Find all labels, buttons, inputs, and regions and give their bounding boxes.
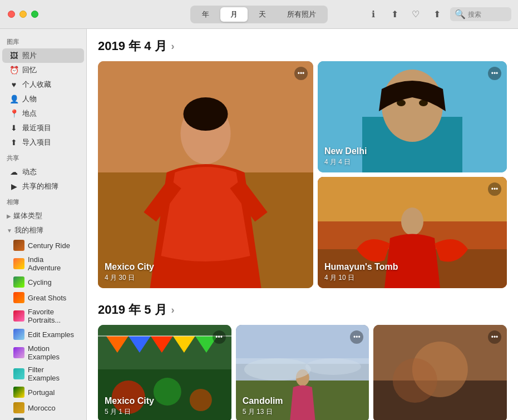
april-section: 2019 年 4 月 ›: [98, 38, 507, 288]
april-chevron-icon: ›: [171, 41, 175, 52]
title-bar: 年 月 天 所有照片 ℹ ⬆ ♡ ⬆ 🔍: [0, 0, 518, 29]
new-delhi-date: 4 月 4 日: [324, 157, 367, 167]
view-tabs: 年 月 天 所有照片: [190, 6, 328, 23]
sidebar-item-morocco[interactable]: Morocco: [2, 400, 84, 416]
raven-hoa-thumbnail: [13, 418, 24, 420]
sidebar-item-import[interactable]: ⬆ 导入项目: [2, 135, 84, 150]
humayuns-tomb-info: Humayun's Tomb 4 月 10 日: [324, 262, 398, 283]
candolim-card[interactable]: Candolim 5 月 13 日 •••: [236, 325, 369, 420]
places-icon: 📍: [9, 109, 19, 118]
search-icon: 🔍: [455, 9, 466, 19]
memories-icon: ⏰: [9, 66, 19, 75]
mexico-city-april-menu[interactable]: •••: [294, 67, 308, 80]
morocco-thumbnail: [13, 402, 24, 413]
library-section-label: 图库: [0, 33, 86, 48]
recent-icon: ⬇: [9, 123, 19, 132]
tab-day[interactable]: 天: [249, 7, 276, 22]
sidebar-item-favorites[interactable]: ♥ 个人收藏: [2, 77, 84, 92]
info-icon[interactable]: ℹ: [366, 7, 381, 22]
sidebar-item-century-ride[interactable]: Century Ride: [2, 238, 84, 253]
new-delhi-menu[interactable]: •••: [488, 67, 501, 80]
svg-point-14: [401, 207, 423, 235]
photos-icon: 🖼: [9, 51, 19, 60]
great-shots-thumbnail: [13, 292, 24, 303]
sidebar-item-raven-hoa[interactable]: Raven HOA: [2, 416, 84, 420]
favorite-portraits-thumbnail: [13, 310, 24, 322]
candolim-date: 5 月 13 日: [243, 407, 283, 417]
tab-year[interactable]: 年: [192, 7, 219, 22]
india-adventure-thumbnail: [13, 258, 24, 269]
sidebar-item-recent[interactable]: ⬇ 最近项目: [2, 121, 84, 135]
sidebar-item-shared-albums[interactable]: ▶ 共享的相簿: [2, 179, 84, 194]
search-box[interactable]: 🔍: [450, 7, 511, 21]
minimize-button[interactable]: [19, 11, 27, 18]
shared-section-label: 共享: [0, 150, 86, 165]
sidebar-item-places[interactable]: 📍 地点: [2, 106, 84, 121]
candolim-info: Candolim 5 月 13 日: [243, 396, 283, 417]
humayuns-tomb-date: 4 月 10 日: [324, 273, 398, 283]
humayuns-tomb-menu[interactable]: •••: [488, 182, 501, 196]
svg-point-5: [184, 97, 228, 131]
cloud-icon: ☁: [9, 167, 19, 176]
svg-point-8: [382, 70, 443, 142]
sidebar: 图库 🖼 照片 ⏰ 回忆 ♥ 个人收藏 👤 人物 📍 地点 ⬇ 最近项目 ⬆ 导…: [0, 29, 87, 420]
export-icon[interactable]: ⬆: [429, 7, 445, 22]
third-may-menu[interactable]: •••: [488, 330, 501, 344]
my-albums-toggle[interactable]: ▼ 我的相簿: [0, 223, 86, 238]
humayuns-tomb-title: Humayun's Tomb: [324, 262, 398, 272]
mexico-city-may-info: Mexico City 5 月 1 日: [105, 396, 154, 417]
may-chevron-icon: ›: [171, 304, 175, 316]
cycling-thumbnail: [13, 276, 24, 288]
maximize-button[interactable]: [31, 11, 38, 18]
sidebar-item-india-adventure[interactable]: India Adventure: [2, 253, 84, 274]
may-section: 2019 年 5 月 ›: [98, 302, 507, 420]
sidebar-item-edit-examples[interactable]: Edit Examples: [2, 327, 84, 342]
mexico-city-april-info: Mexico City 4 月 30 日: [105, 262, 154, 283]
april-header[interactable]: 2019 年 4 月 ›: [98, 38, 507, 55]
mexico-city-may-card[interactable]: Mexico City 5 月 1 日 •••: [98, 325, 231, 420]
mexico-city-may-menu[interactable]: •••: [213, 330, 226, 344]
sidebar-item-portugal[interactable]: Portugal: [2, 384, 84, 400]
sidebar-item-cycling[interactable]: Cycling: [2, 274, 84, 290]
humayuns-tomb-card[interactable]: Humayun's Tomb 4 月 10 日 •••: [318, 177, 507, 288]
may-grid: Mexico City 5 月 1 日 •••: [98, 325, 507, 420]
sidebar-item-photos[interactable]: 🖼 照片: [2, 48, 84, 63]
mexico-city-may-title: Mexico City: [105, 396, 154, 406]
people-icon: 👤: [9, 95, 19, 103]
tab-all-photos[interactable]: 所有照片: [277, 7, 326, 22]
media-type-arrow: ▶: [7, 213, 11, 219]
century-ride-thumbnail: [13, 240, 24, 251]
new-delhi-card[interactable]: New Delhi 4 月 4 日 •••: [318, 61, 507, 172]
svg-point-32: [305, 358, 361, 375]
filter-examples-thumbnail: [13, 368, 24, 379]
heart-icon[interactable]: ♡: [408, 7, 423, 22]
sidebar-item-activity[interactable]: ☁ 动态: [2, 165, 84, 179]
close-button[interactable]: [8, 11, 15, 18]
tab-month[interactable]: 月: [220, 7, 248, 22]
svg-point-36: [393, 358, 437, 403]
svg-point-25: [190, 389, 212, 411]
svg-point-31: [244, 358, 310, 381]
sidebar-item-people[interactable]: 👤 人物: [2, 92, 84, 106]
edit-examples-thumbnail: [13, 329, 24, 340]
portugal-thumbnail: [13, 387, 24, 398]
sidebar-item-favorite-portraits[interactable]: Favorite Portraits...: [2, 305, 84, 327]
new-delhi-title: New Delhi: [324, 146, 367, 156]
favorites-icon: ♥: [9, 80, 19, 89]
sidebar-item-motion-examples[interactable]: Motion Examples: [2, 342, 84, 363]
sidebar-item-memories[interactable]: ⏰ 回忆: [2, 63, 84, 77]
mexico-city-april-card[interactable]: Mexico City 4 月 30 日 •••: [98, 61, 313, 288]
toolbar-right: ℹ ⬆ ♡ ⬆ 🔍: [366, 7, 511, 22]
mexico-city-april-title: Mexico City: [105, 262, 154, 272]
third-may-card[interactable]: •••: [373, 325, 507, 420]
new-delhi-info: New Delhi 4 月 4 日: [324, 146, 367, 167]
sidebar-item-great-shots[interactable]: Great Shots: [2, 290, 84, 305]
app-body: 图库 🖼 照片 ⏰ 回忆 ♥ 个人收藏 👤 人物 📍 地点 ⬇ 最近项目 ⬆ 导…: [0, 29, 518, 420]
may-header[interactable]: 2019 年 5 月 ›: [98, 302, 507, 318]
shared-albums-icon: ▶: [9, 182, 19, 191]
sidebar-item-filter-examples[interactable]: Filter Examples: [2, 363, 84, 384]
motion-examples-thumbnail: [13, 347, 24, 358]
share-icon[interactable]: ⬆: [387, 7, 402, 22]
search-input[interactable]: [468, 11, 512, 18]
media-type-toggle[interactable]: ▶ 媒体类型: [0, 209, 86, 223]
